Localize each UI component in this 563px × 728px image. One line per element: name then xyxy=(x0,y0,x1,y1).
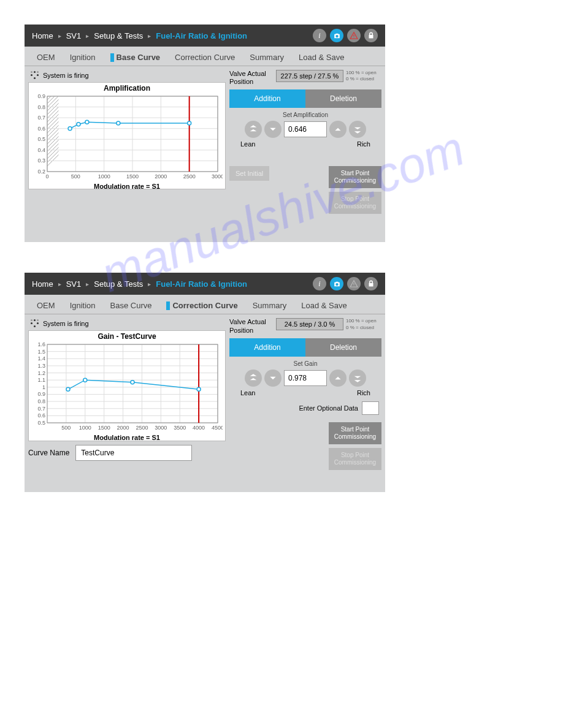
header-icons: i xyxy=(313,277,378,290)
left-column: System is firing Gain - TestCurve 0.50.6… xyxy=(28,318,226,469)
adjustment-row xyxy=(229,370,381,387)
lean-button[interactable] xyxy=(264,370,282,387)
tab-ignition[interactable]: Ignition xyxy=(63,297,103,314)
svg-text:3000: 3000 xyxy=(212,173,223,180)
start-commissioning-button[interactable]: Start Point Commissioning xyxy=(329,166,381,188)
commission-buttons: Start Point Commissioning Stop Point Com… xyxy=(329,166,381,214)
bc-home[interactable]: Home xyxy=(32,279,53,289)
addition-button[interactable]: Addition xyxy=(229,89,305,108)
bc-setup[interactable]: Setup & Tests xyxy=(94,279,143,289)
svg-point-105 xyxy=(131,381,134,384)
svg-text:1.3: 1.3 xyxy=(37,363,45,369)
addition-button[interactable]: Addition xyxy=(229,338,305,357)
active-tab-marker xyxy=(110,53,114,62)
chevron-right-icon: ▸ xyxy=(86,32,89,39)
chart-xlabel: Modulation rate = S1 xyxy=(29,183,225,190)
bc-setup[interactable]: Setup & Tests xyxy=(94,31,143,40)
valve-row: Valve Actual Position 24.5 step / 3.0 % … xyxy=(229,318,381,334)
panel-correction-curve: Home ▸ SV1 ▸ Setup & Tests ▸ Fuel-Air Ra… xyxy=(25,273,385,491)
action-row: Start Point Commissioning Stop Point Com… xyxy=(229,422,381,470)
bc-current: Fuel-Air Ratio & Ignition xyxy=(156,31,247,40)
tab-correction-curve[interactable]: Correction Curve xyxy=(159,297,245,314)
warning-icon[interactable] xyxy=(347,277,361,290)
svg-text:4500: 4500 xyxy=(212,425,223,431)
deletion-button[interactable]: Deletion xyxy=(305,338,381,357)
tab-summary[interactable]: Summary xyxy=(245,297,294,314)
svg-point-56 xyxy=(85,120,89,124)
optional-data-input[interactable] xyxy=(362,401,379,415)
set-initial-button: Set Initial xyxy=(229,166,269,181)
bc-current: Fuel-Air Ratio & Ignition xyxy=(156,279,247,289)
start-commissioning-button[interactable]: Start Point Commissioning xyxy=(329,422,381,444)
svg-text:0.6: 0.6 xyxy=(37,126,45,132)
svg-text:0: 0 xyxy=(45,173,48,180)
tab-load-save[interactable]: Load & Save xyxy=(291,49,351,66)
svg-point-55 xyxy=(77,123,80,126)
lean-fast-button[interactable] xyxy=(245,370,262,387)
svg-text:0.9: 0.9 xyxy=(37,392,45,398)
tab-load-save[interactable]: Load & Save xyxy=(294,297,354,314)
stop-commissioning-button: Stop Point Commissioning xyxy=(329,448,381,470)
svg-point-106 xyxy=(197,388,201,392)
rich-fast-button[interactable] xyxy=(349,121,366,138)
status-text: System is firing xyxy=(43,72,89,79)
svg-text:2000: 2000 xyxy=(117,425,129,431)
svg-rect-20 xyxy=(59,96,223,172)
stop-commissioning-button: Stop Point Commissioning xyxy=(329,192,381,214)
lean-fast-button[interactable] xyxy=(245,121,262,138)
tab-base-curve[interactable]: Base Curve xyxy=(103,49,168,66)
breadcrumb: Home ▸ SV1 ▸ Setup & Tests ▸ Fuel-Air Ra… xyxy=(32,31,313,40)
valve-legend: 100 % = open 0 % = closed xyxy=(346,70,377,83)
camera-icon[interactable] xyxy=(330,277,343,290)
info-icon[interactable]: i xyxy=(313,277,326,290)
content: System is firing Amplification 0.20.30.4… xyxy=(25,66,385,218)
svg-text:1000: 1000 xyxy=(79,425,91,431)
svg-text:3000: 3000 xyxy=(155,425,167,431)
svg-text:1.5: 1.5 xyxy=(37,349,45,355)
svg-text:1500: 1500 xyxy=(98,425,110,431)
tab-label: Correction Curve xyxy=(172,301,237,310)
svg-text:1.6: 1.6 xyxy=(37,342,45,347)
valve-open-text: 100 % = open xyxy=(346,70,377,76)
lean-button[interactable] xyxy=(264,121,282,138)
svg-text:1.2: 1.2 xyxy=(37,370,45,376)
bc-sv1[interactable]: SV1 xyxy=(66,279,82,289)
left-column: System is firing Amplification 0.20.30.4… xyxy=(28,70,226,214)
rich-fast-button[interactable] xyxy=(349,370,366,387)
svg-text:1.4: 1.4 xyxy=(37,356,45,362)
tab-summary[interactable]: Summary xyxy=(242,49,291,66)
bc-home[interactable]: Home xyxy=(32,31,53,40)
tab-correction-curve[interactable]: Correction Curve xyxy=(167,49,242,66)
bc-sv1[interactable]: SV1 xyxy=(66,31,82,40)
svg-text:0.2: 0.2 xyxy=(37,169,45,175)
tab-ignition[interactable]: Ignition xyxy=(63,49,103,66)
warning-icon[interactable] xyxy=(347,29,361,42)
active-tab-marker xyxy=(166,301,170,310)
deletion-button[interactable]: Deletion xyxy=(305,89,381,108)
lock-icon[interactable] xyxy=(364,29,378,42)
svg-point-57 xyxy=(117,121,120,125)
header-icons: i xyxy=(313,29,378,42)
tab-oem[interactable]: OEM xyxy=(29,297,63,314)
info-icon[interactable]: i xyxy=(313,29,326,42)
rich-button[interactable] xyxy=(329,121,347,138)
tab-base-curve[interactable]: Base Curve xyxy=(103,297,159,314)
camera-icon[interactable] xyxy=(330,29,343,42)
curve-name-row: Curve Name xyxy=(28,445,226,461)
gain-input[interactable] xyxy=(284,370,327,386)
breadcrumb: Home ▸ SV1 ▸ Setup & Tests ▸ Fuel-Air Ra… xyxy=(32,279,313,289)
tab-oem[interactable]: OEM xyxy=(29,49,63,66)
chart-svg: 0.50.60.70.80.911.11.21.31.41.51.6500100… xyxy=(29,342,223,434)
amplification-input[interactable] xyxy=(284,121,327,137)
svg-text:3500: 3500 xyxy=(174,425,186,431)
svg-text:0.5: 0.5 xyxy=(37,136,45,142)
valve-closed-text: 0 % = closed xyxy=(346,76,377,82)
chart-title: Amplification xyxy=(29,83,225,94)
lock-icon[interactable] xyxy=(364,277,378,290)
panel-base-curve: Home ▸ SV1 ▸ Setup & Tests ▸ Fuel-Air Ra… xyxy=(25,25,385,242)
svg-text:500: 500 xyxy=(71,173,80,180)
svg-point-103 xyxy=(66,388,70,392)
rich-button[interactable] xyxy=(329,370,347,387)
curve-name-input[interactable] xyxy=(75,445,192,461)
chevron-right-icon: ▸ xyxy=(58,32,61,39)
